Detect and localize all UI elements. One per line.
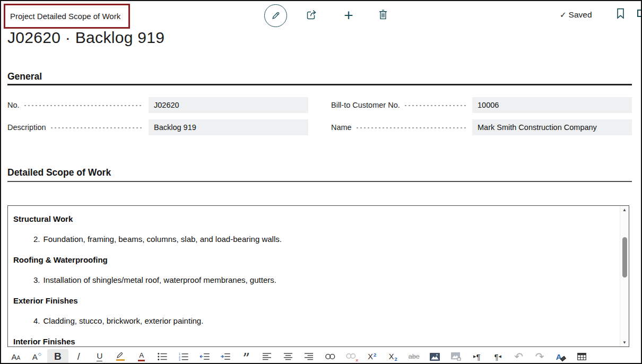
- font-family-button[interactable]: AA: [5, 349, 27, 364]
- rt-heading: Roofing & Waterproofing: [13, 249, 614, 270]
- dotted-leader: [357, 127, 466, 129]
- scope-divider: [7, 181, 632, 182]
- rich-text-editor: Structural Work 2.Foundation, framing, b…: [7, 205, 629, 347]
- window-icon[interactable]: [637, 10, 642, 17]
- svg-text:3: 3: [179, 358, 180, 361]
- text-highlight-button[interactable]: [110, 349, 132, 364]
- field-label: Bill-to Customer No.: [331, 101, 400, 109]
- highlight-pen-icon: [116, 352, 125, 361]
- rich-text-content[interactable]: Structural Work 2.Foundation, framing, b…: [8, 206, 619, 346]
- dotted-leader: [405, 105, 466, 107]
- align-left-button[interactable]: [257, 349, 278, 364]
- bookmark-button[interactable]: [616, 8, 625, 21]
- dotted-leader: [51, 127, 142, 129]
- resize-image-button[interactable]: [446, 349, 467, 364]
- italic-button[interactable]: /: [68, 349, 90, 364]
- numbered-list-button[interactable]: 123: [173, 349, 194, 364]
- resize-image-icon: [451, 352, 461, 361]
- dotted-leader: [24, 105, 142, 107]
- remove-link-button[interactable]: ×: [341, 349, 362, 364]
- bullet-list-icon: [158, 353, 167, 360]
- numbered-list-icon: 123: [179, 353, 188, 361]
- field-label: No.: [7, 101, 20, 109]
- subscript-button[interactable]: X2: [383, 349, 404, 364]
- align-center-icon: [284, 353, 293, 360]
- right-to-left-button[interactable]: ¶◀: [488, 349, 509, 364]
- delete-button[interactable]: [378, 9, 388, 20]
- general-divider: [7, 84, 632, 85]
- align-left-icon: [263, 353, 272, 360]
- field-billto-customer-no: Bill-to Customer No. 10006: [331, 97, 632, 113]
- undo-icon: ↶: [514, 350, 523, 363]
- no-input[interactable]: J02620: [149, 97, 308, 113]
- check-icon: ✓: [560, 10, 567, 20]
- page-caption: Project Detailed Scope of Work: [10, 12, 120, 21]
- field-name: Name Mark Smith Construction Company: [331, 119, 632, 135]
- left-to-right-button[interactable]: ▶¶: [466, 349, 488, 364]
- bullet-list-button[interactable]: [152, 349, 173, 364]
- edit-button[interactable]: [264, 4, 287, 27]
- align-right-icon: [305, 353, 314, 360]
- share-icon: [306, 9, 318, 21]
- field-label: Name: [331, 123, 352, 132]
- bold-button[interactable]: B: [47, 349, 68, 364]
- rt-heading: Exterior Finishes: [13, 290, 614, 311]
- undo-button[interactable]: ↶: [508, 349, 530, 364]
- saved-label: Saved: [569, 10, 592, 20]
- image-icon: [430, 353, 440, 361]
- blockquote-button[interactable]: ”: [236, 349, 257, 364]
- insert-image-button[interactable]: [424, 349, 446, 364]
- editor-format-toolbar: AA A◇ B / U A 123 ”: [1, 349, 641, 364]
- underline-button[interactable]: U: [89, 349, 110, 364]
- link-icon: [325, 353, 336, 360]
- scrollbar-thumb[interactable]: [622, 237, 627, 278]
- font-color-icon: A: [138, 352, 145, 361]
- decrease-indent-icon: [199, 353, 210, 360]
- page: Project Detailed Scope of Work + ✓ Saved…: [0, 0, 642, 364]
- table-icon: [577, 353, 586, 360]
- section-detailed-scope[interactable]: Detailed Scope of Work: [7, 167, 111, 178]
- font-size-button[interactable]: A◇: [27, 349, 48, 364]
- record-title: J02620 · Backlog 919: [7, 29, 164, 47]
- strikethrough-button[interactable]: abe: [404, 349, 425, 364]
- plus-icon: +: [344, 7, 353, 23]
- align-right-button[interactable]: [299, 349, 320, 364]
- rt-heading: Structural Work: [13, 209, 614, 229]
- decrease-indent-button[interactable]: [194, 349, 215, 364]
- unlink-x-icon: ×: [355, 358, 359, 363]
- insert-table-button[interactable]: [571, 349, 593, 364]
- field-no: No. J02620: [7, 97, 308, 113]
- name-input[interactable]: Mark Smith Construction Company: [472, 119, 632, 135]
- increase-indent-button[interactable]: [215, 349, 236, 364]
- general-fields: No. J02620 Bill-to Customer No. 10006 De…: [7, 97, 632, 135]
- align-center-button[interactable]: [278, 349, 299, 364]
- page-caption-highlight: Project Detailed Scope of Work: [4, 4, 130, 29]
- field-label: Description: [7, 123, 46, 132]
- scroll-down-icon[interactable]: ▼: [620, 340, 629, 345]
- clear-format-button[interactable]: A: [550, 349, 571, 364]
- superscript-button[interactable]: X2: [362, 349, 383, 364]
- rt-numbered-item: 2.Foundation, framing, beams, columns, s…: [13, 229, 614, 250]
- trash-icon: [378, 9, 388, 20]
- pencil-icon: [270, 10, 281, 21]
- field-description: Description Backlog 919: [7, 119, 308, 135]
- section-general[interactable]: General: [7, 71, 42, 82]
- increase-indent-icon: [220, 353, 230, 360]
- description-input[interactable]: Backlog 919: [149, 119, 308, 135]
- rt-numbered-item: 3.Installation of shingles/metal roof, w…: [13, 270, 614, 291]
- redo-icon: ↷: [535, 350, 544, 363]
- rt-heading: Interior Finishes: [13, 331, 614, 346]
- scroll-up-icon[interactable]: ▲: [620, 207, 629, 212]
- editor-scrollbar[interactable]: ▲ ▼: [620, 206, 629, 346]
- insert-link-button[interactable]: [320, 349, 341, 364]
- share-button[interactable]: [306, 9, 318, 21]
- font-color-button[interactable]: A: [131, 349, 152, 364]
- redo-button[interactable]: ↷: [530, 349, 551, 364]
- bookmark-icon: [616, 8, 625, 19]
- billto-customer-no-input[interactable]: 10006: [472, 97, 632, 113]
- new-button[interactable]: +: [341, 6, 356, 24]
- save-indicator: ✓ Saved: [560, 10, 592, 20]
- rt-numbered-item: 4.Cladding, stucco, brickwork, exterior …: [13, 311, 614, 332]
